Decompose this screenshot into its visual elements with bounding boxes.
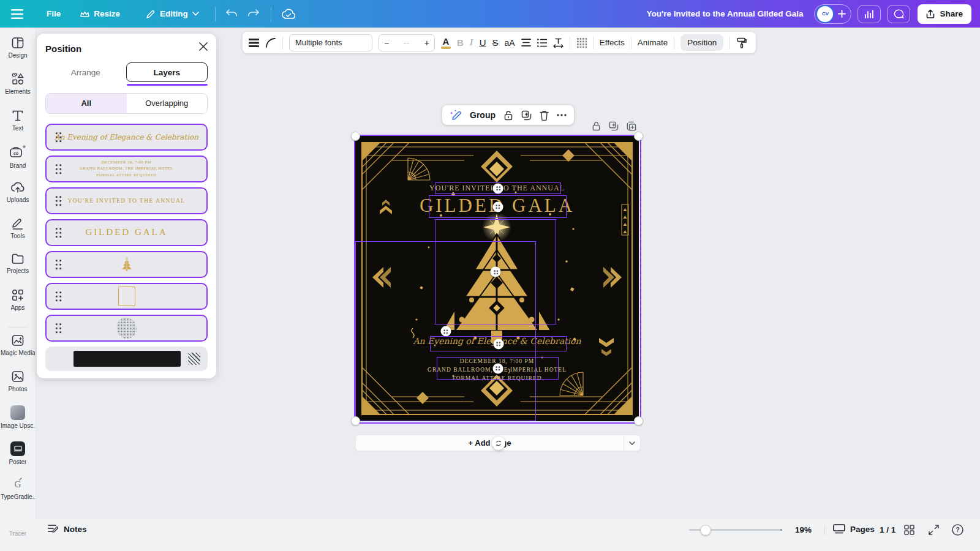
layer-item-details-text[interactable]: DECEMBER 18, 7:00 PM GRAND BALLROOM, THE… [45,156,208,182]
resize-handle-bottom-right[interactable] [634,416,643,425]
bold-button[interactable]: B [457,37,464,48]
invited-selection-box[interactable] [435,182,561,194]
details-selection-box[interactable] [437,357,559,380]
sidebar-item-brand[interactable]: co Brand [0,144,36,169]
effects-button[interactable]: Effects [600,38,625,47]
gala-selection-box[interactable] [429,195,567,218]
selection-handle[interactable] [492,363,503,373]
undo-button[interactable] [225,9,238,19]
font-size-stepper[interactable]: − -- + [379,34,435,51]
drag-handle-icon[interactable] [55,227,62,238]
comments-button[interactable] [887,5,910,23]
lock-button[interactable] [503,110,513,121]
tab-layers[interactable]: Layers [126,62,208,82]
text-color-button[interactable]: A [441,37,451,49]
notes-button[interactable]: Notes [48,524,87,534]
selection-handle[interactable] [440,326,451,337]
grid-view-button[interactable] [904,525,914,535]
list-button[interactable] [537,39,547,47]
layer-item-frame-graphic[interactable] [45,283,208,310]
copy-style-button[interactable] [736,37,747,48]
sidebar-item-poster[interactable]: Poster [0,441,36,465]
drag-handle-icon[interactable] [55,131,62,143]
sidebar-item-typegradient[interactable]: G TypeGradie... [0,478,36,500]
share-button[interactable]: Share [918,4,971,24]
layer-item-background[interactable] [45,347,208,371]
avatar[interactable]: CV [816,5,834,23]
sidebar-item-tools[interactable]: Tools [0,217,36,239]
font-size-value[interactable]: -- [404,39,410,47]
document-title[interactable]: You're Invited to the Annual Gilded Gala [646,9,803,18]
font-family-dropdown[interactable]: Multiple fonts [289,34,372,51]
font-size-decrease[interactable]: − [384,38,389,48]
sidebar-item-projects[interactable]: Projects [0,253,36,274]
resize-button[interactable]: Resize [80,9,120,18]
editing-mode-dropdown[interactable]: Editing [146,9,199,19]
layer-item-texture-graphic[interactable] [45,315,208,342]
sidebar-item-photos[interactable]: Photos [0,370,36,392]
italic-button[interactable]: I [470,37,473,48]
redo-button[interactable] [247,9,260,19]
drag-handle-icon[interactable] [55,163,62,174]
filter-all[interactable]: All [46,94,127,113]
magic-edit-button[interactable] [450,110,462,121]
layer-item-script-text[interactable]: An Evening of Elegance & Celebration [45,124,208,151]
page-lock-button[interactable] [592,121,601,131]
text-case-button[interactable]: aA [505,38,515,48]
text-spacing-button[interactable] [553,38,564,48]
layer-item-gala-title[interactable]: GILDED GALA [45,219,208,246]
panel-close-button[interactable] [199,42,208,51]
page-add-button[interactable] [627,121,636,131]
fullscreen-button[interactable] [929,525,939,535]
selection-handle[interactable] [492,201,503,212]
delete-button[interactable] [540,110,549,121]
sidebar-item-uploads[interactable]: Uploads [0,181,36,203]
layer-item-tree-graphic[interactable] [45,251,208,278]
zoom-slider-knob[interactable] [700,525,711,536]
add-member-button[interactable] [838,10,846,18]
resize-handle-top-right[interactable] [634,132,643,141]
cloud-save-status[interactable] [281,9,296,20]
layer-item-invited-text[interactable]: YOU'RE INVITED TO THE ANNUAL [45,187,208,214]
group-button[interactable]: Group [470,110,496,120]
resize-handle-top-left[interactable] [351,132,360,141]
insights-button[interactable] [858,5,881,23]
help-button[interactable]: ? [952,524,963,536]
sidebar-item-design[interactable]: Design [0,36,36,59]
curve-text-icon[interactable] [265,38,276,48]
font-size-increase[interactable]: + [424,38,429,48]
position-button[interactable]: Position [680,34,723,51]
zoom-level[interactable]: 19% [795,525,812,534]
add-page-expand-button[interactable] [624,435,640,451]
tab-arrange[interactable]: Arrange [45,62,126,82]
script-selection-box[interactable] [430,336,567,351]
transparency-button[interactable] [576,37,587,48]
drag-handle-icon[interactable] [55,195,62,206]
drag-handle-icon[interactable] [55,290,62,302]
page-duplicate-button[interactable] [609,121,619,131]
filter-overlapping[interactable]: Overlapping [127,94,208,113]
pages-button[interactable]: Pages [833,524,875,534]
more-options-button[interactable] [557,114,567,116]
file-menu[interactable]: File [47,9,61,18]
drag-handle-icon[interactable] [55,322,62,334]
sidebar-item-apps[interactable]: Apps [0,288,36,311]
tree-selection-box[interactable] [435,219,556,324]
sidebar-item-magic-media[interactable]: Magic Media [0,334,36,356]
selection-handle[interactable] [491,267,501,277]
selection-handle[interactable] [493,183,503,193]
text-element-icon[interactable] [249,39,259,47]
selection-handle[interactable] [493,339,503,349]
add-page-button[interactable]: + Add page [356,435,624,451]
sidebar-item-elements[interactable]: Elements [0,72,36,95]
drag-handle-icon[interactable] [55,258,62,270]
sidebar-item-image-upscaler[interactable]: Image Upsc... [0,405,36,429]
main-menu-button[interactable] [11,9,23,19]
sidebar-item-tracer[interactable]: Tracer [0,513,36,537]
alignment-button[interactable] [521,39,531,47]
duplicate-button[interactable] [521,110,532,121]
strikethrough-button[interactable]: S [492,37,499,48]
underline-button[interactable]: U [480,37,486,48]
animate-button[interactable]: Animate [638,38,668,47]
design-canvas[interactable]: YOU'RE INVITED TO THE ANNUAL GILDED GALA… [355,136,639,421]
